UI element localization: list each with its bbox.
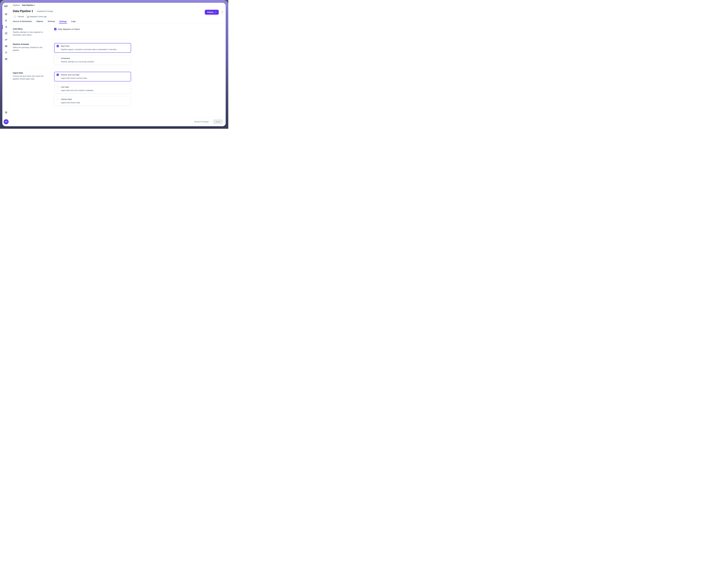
option-title: Live Data (61, 86, 69, 88)
sidebar-item-layers[interactable] (2, 13, 10, 15)
ingest-data-section: Ingest Data Choose the time frame from w… (13, 72, 223, 106)
option-card-historic-data[interactable]: Historic Data Ingest only historic data (54, 96, 131, 106)
lightning-icon (5, 19, 7, 22)
sidebar-item-models[interactable] (2, 45, 10, 47)
option-title: Historic Data (61, 98, 72, 100)
pipeline-schedule-description: Select the operating schedule for the pi… (13, 46, 47, 52)
auto-retry-title: Auto-Retry (13, 28, 54, 30)
deploy-button[interactable]: Deploy (205, 10, 219, 15)
sidebar-item-events[interactable] (2, 19, 10, 22)
retry-migration-checkbox[interactable] (54, 28, 56, 30)
option-card-scheduled[interactable]: Scheduled Pipeline operates at a recurri… (54, 55, 131, 65)
unpublished-changes-badge: Unpublished Changes (35, 10, 55, 13)
option-description: Ingest only historic data (61, 101, 129, 104)
more-options-kebab-icon[interactable] (221, 10, 223, 14)
version-link[interactable]: V1 (27, 16, 29, 18)
avatar[interactable]: VK (4, 119, 9, 124)
sidebar-item-apps[interactable] (2, 58, 10, 60)
discard-changes-button[interactable]: Discard Changes (192, 119, 211, 124)
sidebar-item-announcements[interactable] (2, 38, 10, 41)
retry-migration-label: Retry Migration on Failure (58, 28, 80, 30)
chevron-down-icon (215, 12, 216, 13)
settings-content: Auto-Retry Pipeline attempts to retry mi… (10, 23, 226, 117)
breadcrumb-pipelines-link[interactable]: Pipelines (13, 4, 20, 6)
sidebar-nav (2, 13, 10, 60)
status-label: Paused (18, 16, 24, 18)
sidebar-item-ai[interactable] (2, 51, 10, 54)
main-panel: Pipelines / Data Pipeline 1 Data Pipelin… (10, 3, 226, 117)
brand-logo (4, 5, 8, 8)
deploy-button-label: Deploy (207, 11, 213, 13)
option-title: Real Time (61, 45, 69, 47)
auto-retry-description: Pipeline attempts to retry migration to … (13, 31, 47, 36)
tab-bar: Source & Destination Objects Schema Sett… (10, 19, 226, 23)
tab-settings[interactable]: Settings (57, 19, 69, 23)
settings-gear-icon (5, 111, 7, 114)
desktop-backdrop: Pipelines / Data Pipeline 1 Data Pipelin… (0, 0, 228, 129)
breadcrumb: Pipelines / Data Pipeline 1 (10, 3, 226, 8)
layers-icon (5, 13, 7, 15)
option-title: Scheduled (61, 57, 70, 59)
sidebar-item-settings[interactable] (5, 111, 7, 114)
page-header: Data Pipeline 1 Unpublished Changes Depl… (10, 8, 226, 18)
breadcrumb-current: Data Pipeline 1 (22, 4, 35, 6)
radio-scheduled[interactable] (56, 57, 59, 60)
option-title: Historic and Live Data (61, 74, 79, 76)
sidebar-item-workspace[interactable] (2, 32, 10, 35)
pipeline-schedule-section: Pipeline Schedule Select the operating s… (13, 43, 223, 65)
action-footer: Discard Changes Save (10, 117, 226, 126)
sidebar (2, 3, 10, 117)
double-arrow-icon (5, 26, 7, 28)
radio-real-time[interactable] (56, 45, 59, 47)
ingest-data-description: Choose the time frame from which the pip… (13, 75, 47, 80)
radio-historic-data[interactable] (56, 98, 59, 100)
pause-toggle[interactable] (13, 16, 17, 18)
table-icon (5, 45, 7, 47)
option-card-real-time[interactable]: Real Time Pipeline ingests, transforms a… (54, 43, 131, 53)
save-button[interactable]: Save (213, 119, 223, 124)
breadcrumb-separator: / (21, 4, 21, 6)
tab-objects[interactable]: Objects (34, 19, 45, 23)
apps-grid-icon (5, 58, 7, 60)
toggle-knob (13, 16, 15, 17)
pipeline-status-row: Paused | V1 Deployed 3 hours ago (13, 16, 223, 18)
pipeline-schedule-title: Pipeline Schedule (13, 43, 54, 45)
option-description: Ingest data since the creation of pipeli… (61, 89, 129, 92)
radio-live-data[interactable] (56, 86, 59, 88)
megaphone-icon (5, 38, 7, 41)
sparkles-icon (5, 51, 7, 54)
option-description: Pipeline operates at a recurring schedul… (61, 61, 129, 63)
sidebar-item-pipelines[interactable] (2, 26, 10, 28)
option-description: Ingest both historic and live data (61, 77, 129, 80)
app-window: Pipelines / Data Pipeline 1 Data Pipelin… (2, 3, 226, 126)
page-title: Data Pipeline 1 (13, 9, 33, 13)
panel-icon (5, 32, 7, 35)
auto-retry-section: Auto-Retry Pipeline attempts to retry mi… (13, 28, 223, 36)
sidebar-footer: VK (2, 117, 10, 126)
tab-source-destination[interactable]: Source & Destination (13, 19, 34, 23)
deploy-info: Deployed 3 hours ago (30, 16, 47, 18)
option-description: Pipeline ingests, transforms and loads d… (61, 48, 129, 51)
radio-historic-and-live[interactable] (56, 74, 59, 76)
option-card-historic-and-live[interactable]: Historic and Live Data Ingest both histo… (54, 72, 131, 81)
tab-schema[interactable]: Schema (45, 19, 57, 23)
tab-logs[interactable]: Logs (69, 19, 78, 23)
status-separator: | (25, 16, 26, 18)
ingest-data-title: Ingest Data (13, 72, 54, 74)
option-card-live-data[interactable]: Live Data Ingest data since the creation… (54, 84, 131, 94)
checkmark-icon (55, 29, 56, 30)
